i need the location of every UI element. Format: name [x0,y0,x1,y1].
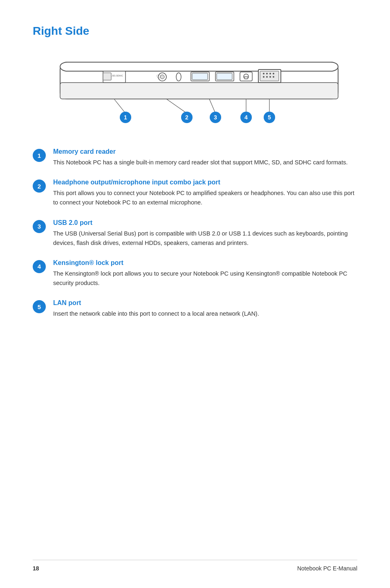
item-content-5: LAN portInsert the network cable into th… [53,299,357,319]
svg-line-27 [114,99,126,113]
svg-rect-1 [60,62,338,71]
item-title-4: Kensington® lock port [53,259,357,267]
svg-point-19 [263,73,264,74]
item-title-1: Memory card reader [53,148,357,155]
svg-text:1: 1 [124,114,127,121]
item-content-2: Headphone output/microphone input combo … [53,179,357,207]
item-row-3: 3USB 2.0 portThe USB (Universal Serial B… [33,219,357,248]
item-desc-4: The Kensington® lock port allows you to … [53,269,357,288]
item-badge-3: 3 [33,220,46,233]
items-list: 1Memory card readerThis Notebook PC has … [33,148,357,319]
svg-point-23 [263,76,264,78]
svg-point-25 [269,76,271,78]
svg-point-24 [266,76,268,78]
item-row-5: 5LAN portInsert the network cable into t… [33,299,357,319]
svg-point-9 [176,73,181,81]
svg-point-21 [269,73,271,74]
svg-text:3: 3 [214,114,217,121]
item-row-1: 1Memory card readerThis Notebook PC has … [33,148,357,167]
item-row-2: 2Headphone output/microphone input combo… [33,179,357,207]
svg-point-20 [266,73,268,74]
item-title-3: USB 2.0 port [53,219,357,227]
svg-text:2: 2 [185,114,188,121]
svg-rect-16 [244,76,248,79]
svg-point-26 [273,76,274,78]
svg-line-30 [166,99,187,113]
item-badge-4: 4 [33,260,46,273]
diagram-container: MMC,SD,SDHC ♡ 1 [33,50,357,132]
svg-text:♡: ♡ [156,74,161,80]
svg-text:5: 5 [268,114,271,121]
item-content-3: USB 2.0 portThe USB (Universal Serial Bu… [53,219,357,248]
item-desc-3: The USB (Universal Serial Bus) port is c… [53,229,357,248]
item-badge-5: 5 [33,300,46,313]
item-desc-1: This Notebook PC has a single built-in m… [53,158,357,167]
svg-text:4: 4 [244,114,248,121]
page-title: Right Side [33,25,357,38]
item-title-2: Headphone output/microphone input combo … [53,179,357,186]
item-badge-2: 2 [33,180,46,193]
item-row-4: 4Kensington® lock portThe Kensington® lo… [33,259,357,288]
footer-page-number: 18 [33,565,39,572]
svg-rect-13 [217,73,232,80]
item-content-1: Memory card readerThis Notebook PC has a… [53,148,357,167]
item-desc-5: Insert the network cable into this port … [53,309,357,319]
svg-point-22 [273,73,274,74]
footer-document-title: Notebook PC E-Manual [297,565,357,572]
item-badge-1: 1 [33,149,46,162]
item-content-4: Kensington® lock portThe Kensington® loc… [53,259,357,288]
svg-rect-18 [260,71,279,81]
page-footer: 18 Notebook PC E-Manual [33,560,357,572]
item-desc-2: This port allows you to connect your Not… [53,189,357,207]
svg-rect-5 [103,73,111,80]
svg-rect-2 [60,83,338,99]
svg-rect-11 [192,73,208,80]
svg-line-33 [209,99,215,113]
item-title-5: LAN port [53,299,357,307]
